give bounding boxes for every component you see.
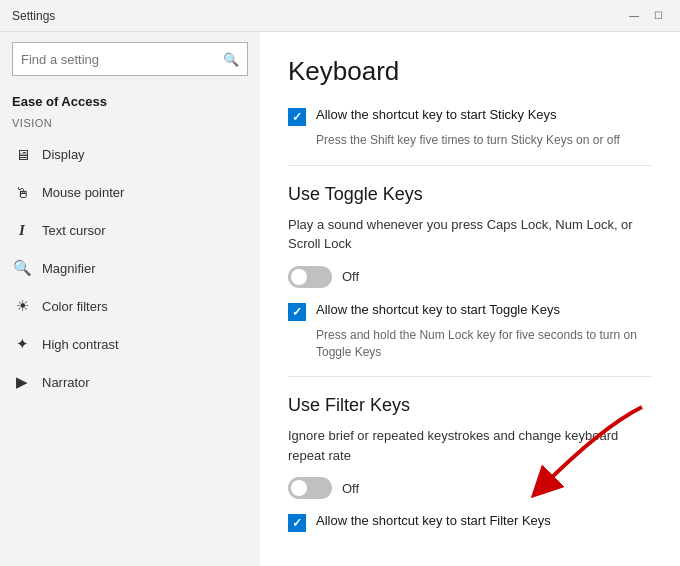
vision-label: Vision xyxy=(0,113,260,135)
content-panel: Keyboard ✓ Allow the shortcut key to sta… xyxy=(260,32,680,566)
toggle-keys-toggle-row: Off xyxy=(288,266,652,288)
divider-2 xyxy=(288,376,652,377)
toggle-keys-toggle[interactable] xyxy=(288,266,332,288)
color-filters-icon: ☀ xyxy=(12,296,32,316)
sidebar: 🔍 Ease of Access Vision 🖥 Display 🖱 Mous… xyxy=(0,32,260,566)
toggle-keys-desc: Play a sound whenever you press Caps Loc… xyxy=(288,215,652,254)
sidebar-item-text-cursor[interactable]: I Text cursor xyxy=(0,211,260,249)
filter-keys-checkbox[interactable]: ✓ xyxy=(288,514,306,532)
sticky-keys-hint: Press the Shift key five times to turn S… xyxy=(316,132,652,149)
section-header: Ease of Access xyxy=(0,86,260,113)
filter-keys-knob xyxy=(291,480,307,496)
toggle-keys-checkbox-label: Allow the shortcut key to start Toggle K… xyxy=(316,302,560,317)
main-layout: 🔍 Ease of Access Vision 🖥 Display 🖱 Mous… xyxy=(0,32,680,566)
sticky-keys-checkbox[interactable]: ✓ xyxy=(288,108,306,126)
magnifier-icon: 🔍 xyxy=(12,258,32,278)
toggle-keys-checkbox[interactable]: ✓ xyxy=(288,303,306,321)
search-input[interactable] xyxy=(21,52,223,67)
text-cursor-label: Text cursor xyxy=(42,223,106,238)
display-icon: 🖥 xyxy=(12,144,32,164)
toggle-keys-knob xyxy=(291,269,307,285)
search-box[interactable]: 🔍 xyxy=(12,42,248,76)
sticky-keys-checkmark: ✓ xyxy=(292,110,302,124)
narrator-label: Narrator xyxy=(42,375,90,390)
mouse-pointer-icon: 🖱 xyxy=(12,182,32,202)
sticky-keys-checkbox-row: ✓ Allow the shortcut key to start Sticky… xyxy=(288,107,652,126)
sidebar-item-color-filters[interactable]: ☀ Color filters xyxy=(0,287,260,325)
mouse-pointer-label: Mouse pointer xyxy=(42,185,124,200)
titlebar: Settings — ☐ xyxy=(0,0,680,32)
filter-keys-toggle[interactable] xyxy=(288,477,332,499)
sidebar-item-mouse-pointer[interactable]: 🖱 Mouse pointer xyxy=(0,173,260,211)
filter-keys-toggle-row: Off xyxy=(288,477,652,499)
sidebar-item-magnifier[interactable]: 🔍 Magnifier xyxy=(0,249,260,287)
maximize-button[interactable]: ☐ xyxy=(648,8,668,24)
high-contrast-label: High contrast xyxy=(42,337,119,352)
toggle-keys-state-label: Off xyxy=(342,269,359,284)
content-inner: Keyboard ✓ Allow the shortcut key to sta… xyxy=(288,56,652,532)
display-label: Display xyxy=(42,147,85,162)
toggle-keys-checkmark: ✓ xyxy=(292,305,302,319)
sidebar-item-high-contrast[interactable]: ✦ High contrast xyxy=(0,325,260,363)
titlebar-title: Settings xyxy=(12,9,55,23)
sidebar-item-narrator[interactable]: ▶ Narrator xyxy=(0,363,260,401)
minimize-button[interactable]: — xyxy=(624,8,644,24)
narrator-icon: ▶ xyxy=(12,372,32,392)
filter-keys-checkbox-row: ✓ Allow the shortcut key to start Filter… xyxy=(288,513,652,532)
filter-keys-state-label: Off xyxy=(342,481,359,496)
filter-keys-title: Use Filter Keys xyxy=(288,395,652,416)
text-cursor-icon: I xyxy=(12,220,32,240)
color-filters-label: Color filters xyxy=(42,299,108,314)
toggle-keys-title: Use Toggle Keys xyxy=(288,184,652,205)
page-title: Keyboard xyxy=(288,56,652,87)
magnifier-label: Magnifier xyxy=(42,261,95,276)
filter-keys-desc: Ignore brief or repeated keystrokes and … xyxy=(288,426,652,465)
toggle-keys-hint: Press and hold the Num Lock key for five… xyxy=(316,327,652,361)
high-contrast-icon: ✦ xyxy=(12,334,32,354)
filter-keys-toggle-area: Off xyxy=(288,477,652,499)
divider-1 xyxy=(288,165,652,166)
toggle-keys-checkbox-row: ✓ Allow the shortcut key to start Toggle… xyxy=(288,302,652,321)
filter-keys-checkbox-label: Allow the shortcut key to start Filter K… xyxy=(316,513,551,528)
filter-keys-checkmark: ✓ xyxy=(292,516,302,530)
titlebar-controls: — ☐ xyxy=(624,8,668,24)
sidebar-item-display[interactable]: 🖥 Display xyxy=(0,135,260,173)
sticky-keys-checkbox-label: Allow the shortcut key to start Sticky K… xyxy=(316,107,557,122)
search-icon: 🔍 xyxy=(223,52,239,67)
